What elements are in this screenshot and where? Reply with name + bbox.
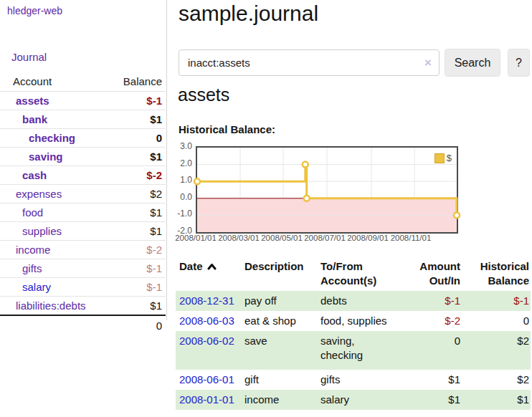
account-balance: $-2 <box>110 166 166 185</box>
y-axis-tick: 3.0 <box>169 141 192 151</box>
y-axis-tick: 2.0 <box>169 158 192 168</box>
account-balance: $-1 <box>110 278 166 297</box>
account-row: bank $1 <box>0 110 166 129</box>
transaction-amount: $-2 <box>400 311 462 331</box>
account-row: supplies $1 <box>0 222 166 241</box>
account-link-saving[interactable]: saving <box>29 150 63 163</box>
transaction-date-link[interactable]: 2008-12-31 <box>179 294 234 307</box>
legend-swatch-icon <box>434 153 445 163</box>
account-balance: $1 <box>110 297 166 316</box>
balance-column-header: Balance <box>110 72 166 92</box>
sort-ascending-icon <box>207 263 217 270</box>
account-row: salary $-1 <box>0 278 166 297</box>
accounts-table: Account Balance assets $-1 bank $1 check… <box>0 72 166 335</box>
account-link-income[interactable]: income <box>16 244 50 256</box>
transaction-balance: $2 <box>462 331 531 370</box>
transaction-balance: 0 <box>462 311 531 331</box>
account-link-expenses[interactable]: expenses <box>16 188 62 200</box>
transaction-row: 2008-06-02 save saving, checking 0 $2 <box>176 331 531 370</box>
account-row: checking 0 <box>0 129 166 148</box>
search-button[interactable]: Search <box>445 49 500 77</box>
transaction-row: 2008-06-03 eat & shop food, supplies $-2… <box>176 311 531 331</box>
register-header-row: Date Description To/From Account(s) Amou… <box>176 258 531 291</box>
chart-legend: $ <box>433 152 453 164</box>
transaction-description: gift <box>244 370 320 390</box>
account-balance: $1 <box>110 203 166 222</box>
account-column-header: Account <box>0 72 110 92</box>
help-button[interactable]: ? <box>508 49 530 77</box>
balance-chart-plot[interactable]: $ <box>196 146 458 234</box>
account-balance: $-1 <box>110 92 166 110</box>
account-link-cash[interactable]: cash <box>22 169 47 181</box>
account-row: saving $1 <box>0 148 166 166</box>
accounts-total-row: 0 <box>0 315 166 335</box>
transaction-description: eat & shop <box>244 311 320 331</box>
account-link-bank[interactable]: bank <box>22 113 47 125</box>
y-axis-tick: 0.0 <box>169 192 192 202</box>
transaction-balance: $-1 <box>462 291 531 311</box>
account-link-salary[interactable]: salary <box>22 281 51 293</box>
account-balance: $-2 <box>110 241 166 259</box>
app-title-link[interactable]: hledger-web <box>7 5 62 16</box>
transaction-amount: $1 <box>400 390 462 410</box>
date-column-header[interactable]: Date <box>176 258 244 291</box>
x-axis-tick: 2008/01/01 <box>173 234 219 242</box>
x-axis-tick: 2008/07/01 <box>302 234 348 242</box>
account-balance: $-1 <box>110 259 166 278</box>
clear-search-icon[interactable]: × <box>424 56 432 70</box>
legend-label: $ <box>447 153 452 163</box>
transaction-amount: 0 <box>400 331 462 370</box>
account-link-assets[interactable]: assets <box>16 95 49 107</box>
y-axis-tick: 1.0 <box>169 175 192 185</box>
transaction-accounts: gifts <box>320 370 400 390</box>
y-axis-tick: -1.0 <box>169 208 192 219</box>
transaction-date-link[interactable]: 2008-06-02 <box>179 335 234 347</box>
search-input[interactable] <box>179 50 439 75</box>
x-axis-tick: 2008/05/01 <box>259 234 305 242</box>
amount-column-header: Amount Out/In <box>400 258 462 291</box>
transaction-accounts: debts <box>320 291 400 311</box>
transaction-description: income <box>244 390 320 410</box>
account-link-food[interactable]: food <box>22 206 43 219</box>
transaction-date-link[interactable]: 2008-06-03 <box>179 315 234 327</box>
chart-title: Historical Balance: <box>179 123 275 135</box>
transaction-balance: $1 <box>462 390 531 410</box>
account-row: cash $-2 <box>0 166 166 185</box>
account-balance: 0 <box>110 129 166 148</box>
account-balance: $2 <box>110 185 166 203</box>
transaction-accounts: saving, checking <box>320 331 375 365</box>
transaction-date-link[interactable]: 2008-01-01 <box>179 393 234 406</box>
account-row: assets $-1 <box>0 92 166 110</box>
transaction-row: 2008-12-31 pay off debts $-1 $-1 <box>176 291 531 311</box>
account-row: liabilities:debts $1 <box>0 297 166 316</box>
accounts-total-value: 0 <box>110 315 166 335</box>
chart-plot-svg <box>197 148 457 232</box>
transaction-amount: $1 <box>400 370 462 390</box>
transaction-row: 2008-01-01 income salary $1 $1 <box>176 390 531 410</box>
account-link-supplies[interactable]: supplies <box>22 225 62 237</box>
transaction-accounts: food, supplies <box>320 311 400 331</box>
transaction-row: 2008-06-01 gift gifts $1 $2 <box>176 370 531 390</box>
account-balance: $1 <box>110 222 166 241</box>
description-column-header: Description <box>244 258 320 291</box>
account-heading: assets <box>178 85 229 105</box>
transaction-accounts: salary <box>320 390 400 410</box>
transaction-description: save <box>244 331 320 370</box>
account-balance: $1 <box>110 110 166 129</box>
account-link-checking[interactable]: checking <box>29 132 75 144</box>
account-row: income $-2 <box>0 241 166 259</box>
account-balance: $1 <box>110 148 166 166</box>
transaction-description: pay off <box>244 291 320 311</box>
sidebar: hledger-web Journal Account Balance asse… <box>0 0 167 320</box>
transaction-date-link[interactable]: 2008-06-01 <box>179 373 234 385</box>
tofrom-column-header: To/From Account(s) <box>320 258 400 291</box>
sidebar-item-journal[interactable]: Journal <box>11 51 47 63</box>
account-row: expenses $2 <box>0 185 166 203</box>
accounts-table-header: Account Balance <box>0 72 166 92</box>
x-axis-tick: 2008/09/01 <box>345 234 391 242</box>
account-link-liabilities-debts[interactable]: liabilities:debts <box>16 299 86 312</box>
account-row: food $1 <box>0 203 166 222</box>
account-link-gifts[interactable]: gifts <box>22 262 42 274</box>
transaction-amount: $-1 <box>400 291 462 311</box>
register-table: Date Description To/From Account(s) Amou… <box>176 258 531 410</box>
